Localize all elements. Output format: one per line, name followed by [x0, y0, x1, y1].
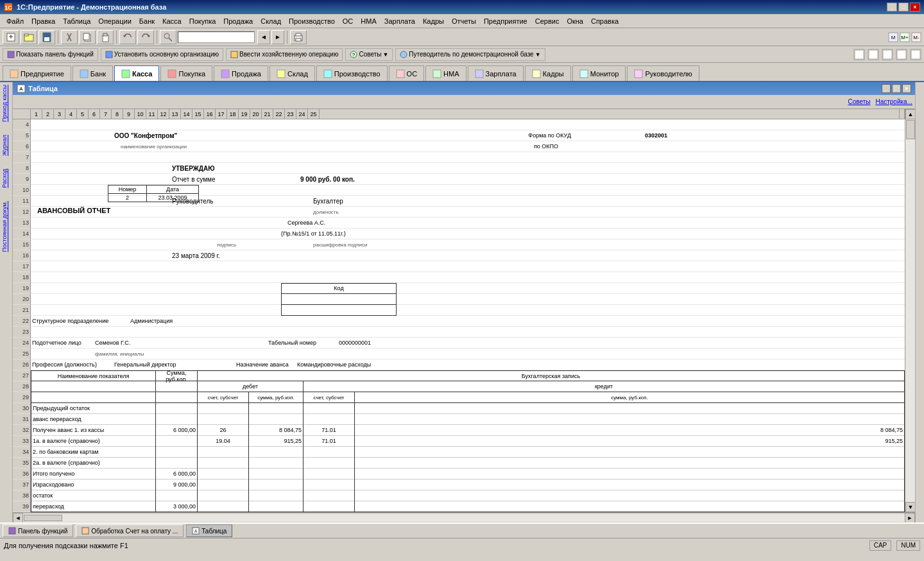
- quick-guide[interactable]: Путеводитель по демонстрационной базе ▼: [395, 48, 545, 61]
- tr29-col2: [156, 436, 198, 447]
- doc-close[interactable]: ×: [902, 84, 911, 93]
- quick-enter-op[interactable]: Ввести хозяйственную операцию: [226, 48, 343, 61]
- tab-sale[interactable]: Продажа: [214, 65, 268, 81]
- menu-file[interactable]: Файл: [3, 16, 28, 26]
- toolbar-redo[interactable]: [137, 30, 154, 44]
- tr30-col2: [156, 447, 198, 458]
- table-row-34: остаток: [31, 490, 905, 501]
- tab-monitor[interactable]: Монитор: [572, 65, 626, 81]
- tr30-k-schet: [304, 447, 355, 458]
- tr33-d-schet: [198, 479, 249, 490]
- советы-link[interactable]: Советы: [848, 98, 870, 105]
- search-prev[interactable]: ◄: [257, 30, 270, 44]
- doc-minimize[interactable]: _: [882, 84, 891, 93]
- tab-warehouse[interactable]: Склад: [270, 65, 315, 81]
- quick-tips[interactable]: ? Советы ▼: [345, 48, 393, 61]
- menu-bank[interactable]: Банк: [135, 16, 158, 26]
- svg-text:A: A: [194, 529, 198, 533]
- sheet-outer: A Таблица _ □ × Советы Настройка... 4: [13, 82, 915, 522]
- row-17: [31, 261, 905, 272]
- svg-text:M: M: [891, 35, 896, 40]
- tr35-col2: 3 000,00: [156, 501, 198, 512]
- quick-bar: Показать панель функций Установить основ…: [0, 46, 924, 63]
- menu-salary[interactable]: Зарплата: [381, 16, 419, 26]
- nav-link-4[interactable]: Постоянная докум.: [1, 201, 11, 252]
- toolbar-new[interactable]: [3, 30, 19, 44]
- task-btn-table[interactable]: A Таблица: [186, 524, 232, 537]
- tabel-value: 0000000001: [339, 340, 371, 346]
- th-buh: Бухгалтерская запись: [198, 370, 905, 381]
- tr28-col1: Получен аванс 1. из кассы: [31, 425, 156, 436]
- menu-kassa[interactable]: Касса: [158, 16, 185, 26]
- v-scroll-down[interactable]: ▼: [905, 502, 915, 512]
- task-btn-obr[interactable]: Обработка Счет на оплату ...: [76, 524, 184, 537]
- menu-service[interactable]: Сервис: [531, 16, 563, 26]
- toolbar-save[interactable]: [38, 30, 55, 44]
- doc-title-bar: A Таблица _ □ ×: [13, 82, 915, 95]
- nastroyka-link[interactable]: Настройка...: [875, 98, 912, 105]
- close-btn[interactable]: ×: [910, 3, 920, 12]
- menu-edit[interactable]: Правка: [28, 16, 59, 26]
- tab-kassa[interactable]: Касса: [114, 65, 159, 81]
- search-next[interactable]: ►: [271, 30, 284, 44]
- v-scroll-thumb[interactable]: [906, 120, 915, 139]
- toolbar-cut[interactable]: [61, 30, 78, 44]
- v-scroll-up[interactable]: ▲: [905, 109, 915, 119]
- col-h-13: 13: [169, 109, 181, 119]
- menu-warehouse[interactable]: Склад: [257, 16, 285, 26]
- search-input[interactable]: [180, 33, 253, 40]
- menu-production[interactable]: Производство: [285, 16, 339, 26]
- menu-operations[interactable]: Операции: [94, 16, 135, 26]
- toolbar-print[interactable]: [290, 30, 307, 44]
- menu-purchase[interactable]: Покупка: [185, 16, 220, 26]
- tab-hr[interactable]: Кадры: [525, 65, 571, 81]
- buh-label: Бухгалтер: [313, 198, 343, 205]
- menu-table[interactable]: Таблица: [59, 16, 94, 26]
- tab-purchase[interactable]: Покупка: [160, 65, 212, 81]
- menu-hr[interactable]: Кадры: [419, 16, 448, 26]
- tab-enterprise[interactable]: Предприятие: [3, 65, 71, 81]
- nav-link-1[interactable]: Приход кассы: [1, 85, 11, 122]
- doc-restore[interactable]: □: [892, 84, 901, 93]
- toolbar-paste[interactable]: [97, 30, 114, 44]
- tab-nma[interactable]: НМА: [425, 65, 466, 81]
- tab-salary[interactable]: Зарплата: [468, 65, 524, 81]
- toolbar-copy[interactable]: [79, 30, 96, 44]
- fio-value: Сергеева А.С.: [287, 220, 325, 226]
- restore-btn[interactable]: □: [898, 3, 909, 12]
- toolbar-open[interactable]: [21, 30, 37, 44]
- tr31-col1: 2а. в валюте (справочно): [31, 458, 156, 469]
- v-scroll-track: [905, 119, 915, 502]
- menu-os[interactable]: ОС: [339, 16, 357, 26]
- menu-reports[interactable]: Отчеты: [448, 16, 480, 26]
- tab-bank[interactable]: Банк: [73, 65, 113, 81]
- h-scroll-thumb[interactable]: [24, 515, 62, 521]
- minimize-btn[interactable]: _: [887, 3, 897, 12]
- quick-show-panel[interactable]: Показать панель функций: [3, 48, 98, 61]
- nav-link-3[interactable]: Расход: [1, 169, 11, 188]
- toolbar-search[interactable]: [160, 30, 176, 44]
- nomer-header: Номер: [108, 186, 147, 193]
- svg-rect-59: [9, 528, 15, 534]
- main-area: Приход кассы Журнал Расход Постоянная до…: [0, 82, 924, 522]
- tab-os[interactable]: ОС: [389, 65, 425, 81]
- rn-30: 30: [13, 403, 30, 414]
- h-scroll-right[interactable]: ►: [905, 513, 915, 523]
- tab-production[interactable]: Производство: [316, 65, 388, 81]
- menu-enterprise[interactable]: Предприятие: [480, 16, 531, 26]
- menu-help[interactable]: Справка: [587, 16, 622, 26]
- h-scroll-left[interactable]: ◄: [13, 513, 23, 523]
- tab-director[interactable]: Руководителю: [627, 65, 699, 81]
- svg-rect-14: [103, 33, 107, 36]
- menu-sale[interactable]: Продажа: [219, 16, 257, 26]
- quick-set-org[interactable]: Установить основную организацию: [101, 48, 223, 61]
- task-btn-panel[interactable]: Панель функций: [3, 524, 73, 537]
- menu-nma[interactable]: НМА: [357, 16, 380, 26]
- toolbar-icon-1: [853, 49, 865, 60]
- tr32-d-schet: [198, 469, 249, 479]
- toolbar-undo[interactable]: [119, 30, 136, 44]
- v-scrollbar[interactable]: ▲ ▼: [905, 109, 915, 512]
- menu-windows[interactable]: Окна: [563, 16, 587, 26]
- nav-link-2[interactable]: Журнал: [1, 135, 11, 156]
- rn-11: 11: [13, 196, 30, 207]
